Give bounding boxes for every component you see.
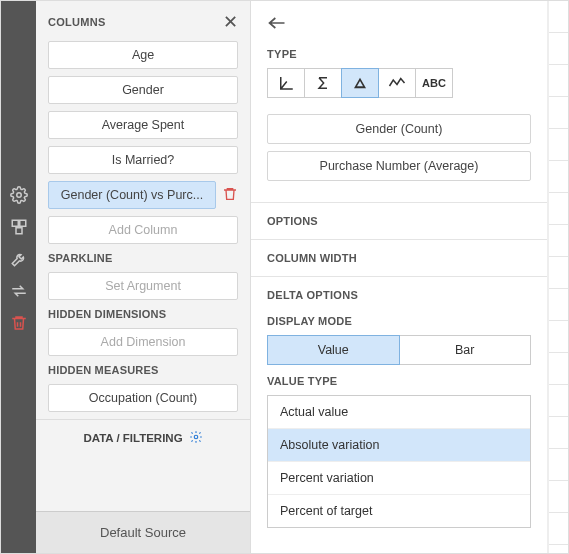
type-title: TYPE: [251, 38, 547, 68]
data-filtering-label: DATA / FILTERING: [83, 432, 182, 444]
svg-rect-2: [19, 220, 25, 226]
display-mode-bar[interactable]: Bar: [399, 335, 532, 365]
display-mode-label: DISPLAY MODE: [267, 315, 531, 327]
column-width-section[interactable]: COLUMN WIDTH: [251, 239, 547, 276]
svg-point-4: [194, 435, 198, 439]
back-button[interactable]: [251, 1, 547, 38]
hidden-dimensions-title: HIDDEN DIMENSIONS: [48, 308, 238, 320]
value-type-option[interactable]: Absolute variation: [268, 428, 530, 461]
svg-point-0: [16, 193, 21, 198]
gear-icon: [189, 430, 203, 446]
hidden-measures-title: HIDDEN MEASURES: [48, 364, 238, 376]
default-source-button[interactable]: Default Source: [36, 511, 250, 553]
type-delta-icon[interactable]: [341, 68, 379, 98]
side-toolbar: [1, 1, 36, 553]
gear-icon[interactable]: [5, 181, 33, 209]
sparkline-title: SPARKLINE: [48, 252, 238, 264]
remove-column-icon[interactable]: [222, 186, 238, 205]
delta-options-title: DELTA OPTIONS: [267, 289, 531, 311]
layout-icon[interactable]: [5, 213, 33, 241]
svg-rect-3: [16, 228, 22, 234]
column-item-selected[interactable]: Gender (Count) vs Purc...: [48, 181, 216, 209]
field-target[interactable]: Purchase Number (Average): [267, 151, 531, 181]
abc-label: ABC: [422, 77, 446, 89]
value-type-option[interactable]: Actual value: [268, 396, 530, 428]
type-toggle: ABC: [251, 68, 547, 114]
type-sum-icon[interactable]: [304, 68, 342, 98]
set-argument-button[interactable]: Set Argument: [48, 272, 238, 300]
columns-title: COLUMNS: [48, 16, 106, 28]
data-filtering-link[interactable]: DATA / FILTERING: [36, 419, 250, 456]
column-item[interactable]: Age: [48, 41, 238, 69]
convert-icon[interactable]: [5, 277, 33, 305]
column-item[interactable]: Is Married?: [48, 146, 238, 174]
grid-preview: [548, 1, 568, 553]
value-type-list: Actual value Absolute variation Percent …: [267, 395, 531, 528]
display-mode-toggle: Value Bar: [267, 335, 531, 365]
value-type-label: VALUE TYPE: [267, 375, 531, 387]
add-column-button[interactable]: Add Column: [48, 216, 238, 244]
value-type-option[interactable]: Percent variation: [268, 461, 530, 494]
columns-panel: COLUMNS ✕ Age Gender Average Spent Is Ma…: [36, 1, 251, 553]
wrench-icon[interactable]: [5, 245, 33, 273]
hidden-measure-item[interactable]: Occupation (Count): [48, 384, 238, 412]
value-type-option[interactable]: Percent of target: [268, 494, 530, 527]
field-actual[interactable]: Gender (Count): [267, 114, 531, 144]
close-icon[interactable]: ✕: [223, 13, 238, 31]
type-measure-icon[interactable]: [267, 68, 305, 98]
options-section[interactable]: OPTIONS: [251, 202, 547, 239]
display-mode-value[interactable]: Value: [267, 335, 400, 365]
column-item[interactable]: Average Spent: [48, 111, 238, 139]
delete-icon[interactable]: [5, 309, 33, 337]
svg-rect-1: [12, 220, 18, 226]
type-text-icon[interactable]: ABC: [415, 68, 453, 98]
column-item[interactable]: Gender: [48, 76, 238, 104]
add-dimension-button[interactable]: Add Dimension: [48, 328, 238, 356]
type-sparkline-icon[interactable]: [378, 68, 416, 98]
config-panel: TYPE ABC Gender (Count) Purchase Number …: [251, 1, 548, 553]
